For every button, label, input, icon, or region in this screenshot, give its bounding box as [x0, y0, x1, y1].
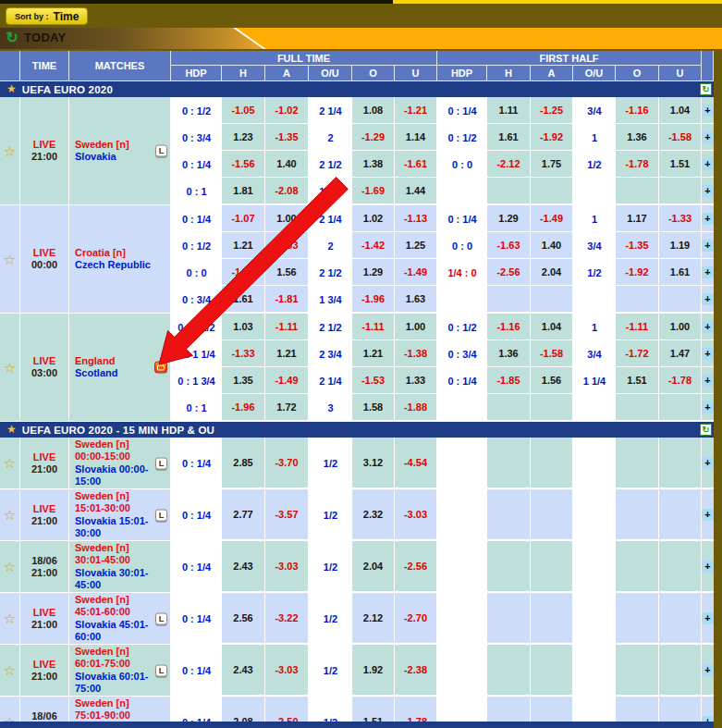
odds-cell[interactable]: 1.36 [616, 124, 659, 151]
odds-cell[interactable]: -1.53 [352, 367, 395, 394]
odds-cell[interactable]: 1.00 [395, 314, 437, 340]
odds-cell[interactable]: 1.14 [395, 124, 437, 151]
odds-cell[interactable]: -1.72 [616, 340, 659, 367]
odds-cell[interactable]: 2.43 [222, 645, 265, 696]
odds-cell[interactable]: -1.49 [531, 205, 573, 232]
odds-cell[interactable]: -2.08 [265, 178, 309, 204]
more-bets-button[interactable]: + [702, 293, 714, 305]
odds-cell[interactable]: -1.81 [265, 286, 309, 313]
more-bets-button[interactable]: + [702, 612, 714, 624]
odds-cell[interactable]: -1.75 [222, 259, 265, 286]
odds-cell[interactable]: 1.21 [222, 232, 265, 259]
odds-cell[interactable]: 3.12 [352, 438, 395, 488]
odds-cell[interactable]: -2.56 [487, 259, 531, 286]
odds-cell[interactable]: 1.00 [265, 205, 309, 232]
more-bets-button[interactable]: + [702, 375, 714, 387]
odds-cell[interactable]: 1.40 [265, 151, 309, 178]
odds-cell[interactable]: 1.40 [531, 232, 573, 259]
more-bets-button[interactable]: + [702, 131, 714, 143]
odds-cell[interactable]: 2.12 [352, 593, 395, 644]
more-bets-button[interactable]: + [702, 561, 714, 573]
odds-cell[interactable]: -1.96 [352, 286, 395, 313]
more-bets-button[interactable]: + [702, 213, 714, 225]
section-refresh-icon[interactable]: ↻ [700, 424, 712, 436]
odds-cell[interactable]: -1.78 [616, 151, 659, 178]
odds-cell[interactable]: 1.35 [222, 367, 265, 394]
odds-cell[interactable]: 1.19 [659, 232, 702, 259]
odds-cell[interactable]: -1.33 [222, 340, 265, 367]
odds-cell[interactable]: 1.21 [265, 340, 309, 367]
odds-cell[interactable]: 2.56 [222, 593, 265, 644]
live-badge-icon[interactable]: L [155, 612, 167, 624]
favorite-star-icon[interactable]: ☆ [4, 144, 16, 158]
odds-cell[interactable]: 1.63 [395, 286, 437, 313]
sort-by-button[interactable]: Sort by : Time [6, 7, 88, 25]
odds-cell[interactable]: 1.56 [531, 367, 573, 394]
odds-cell[interactable]: -1.02 [265, 97, 309, 124]
favorite-star-icon[interactable]: ☆ [4, 611, 16, 625]
odds-cell[interactable]: -1.33 [659, 205, 702, 232]
odds-cell[interactable]: 1.03 [222, 314, 265, 340]
odds-cell[interactable]: -1.38 [395, 340, 437, 367]
section-refresh-icon[interactable]: ↻ [700, 83, 712, 95]
odds-cell[interactable]: 1.47 [659, 340, 702, 367]
more-bets-button[interactable]: + [702, 185, 714, 197]
more-bets-button[interactable]: + [702, 105, 714, 117]
odds-cell[interactable]: 1.36 [487, 340, 531, 367]
odds-cell[interactable]: -1.13 [395, 205, 437, 232]
more-bets-button[interactable]: + [702, 321, 714, 333]
odds-cell[interactable]: -1.11 [265, 314, 309, 340]
odds-cell[interactable]: 2.85 [222, 438, 265, 488]
odds-cell[interactable]: -1.49 [265, 367, 309, 394]
odds-cell[interactable]: -1.11 [616, 314, 659, 340]
odds-cell[interactable]: -1.58 [531, 340, 573, 367]
odds-cell[interactable]: 1.17 [616, 205, 659, 232]
odds-cell[interactable]: 1.23 [222, 124, 265, 151]
odds-cell[interactable]: 1.29 [352, 259, 395, 286]
odds-cell[interactable]: 1.33 [395, 367, 437, 394]
more-bets-button[interactable]: + [702, 158, 714, 170]
odds-cell[interactable]: -1.07 [222, 205, 265, 232]
odds-cell[interactable]: -1.35 [265, 124, 309, 151]
odds-cell[interactable]: 1.11 [487, 97, 531, 124]
refresh-today-icon[interactable]: ↻ [4, 30, 20, 46]
more-bets-button[interactable]: + [702, 664, 714, 676]
odds-cell[interactable]: 2.04 [531, 259, 573, 286]
live-badge-icon[interactable]: L [155, 457, 167, 469]
odds-cell[interactable]: 1.56 [265, 259, 309, 286]
odds-cell[interactable]: -1.35 [616, 232, 659, 259]
odds-cell[interactable]: 1.58 [352, 394, 395, 421]
odds-cell[interactable]: 1.51 [616, 367, 659, 394]
favorite-star-icon[interactable]: ☆ [4, 508, 16, 522]
odds-cell[interactable]: -1.58 [659, 124, 702, 151]
favorite-star-icon[interactable]: ☆ [4, 253, 16, 266]
more-bets-button[interactable]: + [702, 509, 714, 521]
odds-cell[interactable]: 1.38 [352, 151, 395, 178]
odds-cell[interactable]: -3.03 [395, 489, 437, 540]
odds-cell[interactable]: -1.92 [531, 124, 573, 151]
more-bets-button[interactable]: + [702, 401, 714, 413]
odds-cell[interactable]: -3.70 [265, 438, 309, 488]
tv-stream-icon[interactable] [154, 362, 167, 374]
more-bets-button[interactable]: + [702, 240, 714, 252]
odds-cell[interactable]: 2.32 [352, 489, 395, 540]
odds-cell[interactable]: 1.61 [222, 286, 265, 313]
odds-cell[interactable]: -3.22 [265, 593, 309, 644]
odds-cell[interactable]: 1.44 [395, 178, 437, 204]
odds-cell[interactable]: 1.72 [265, 394, 309, 421]
odds-cell[interactable]: 1.02 [352, 205, 395, 232]
odds-cell[interactable]: 2.77 [222, 489, 265, 540]
odds-cell[interactable]: 1.61 [487, 124, 531, 151]
odds-cell[interactable]: -1.63 [487, 232, 531, 259]
odds-cell[interactable]: -1.25 [531, 97, 573, 124]
favorite-star-icon[interactable]: ☆ [4, 361, 16, 375]
odds-cell[interactable]: -2.56 [395, 541, 437, 592]
odds-cell[interactable]: -1.16 [616, 97, 659, 124]
odds-cell[interactable]: -1.96 [222, 394, 265, 421]
more-bets-button[interactable]: + [702, 266, 714, 278]
odds-cell[interactable]: -1.69 [352, 178, 395, 204]
odds-cell[interactable]: 1.61 [659, 259, 702, 286]
odds-cell[interactable]: 1.29 [487, 205, 531, 232]
odds-cell[interactable]: -4.54 [395, 438, 437, 488]
odds-cell[interactable]: 1.75 [531, 151, 573, 178]
